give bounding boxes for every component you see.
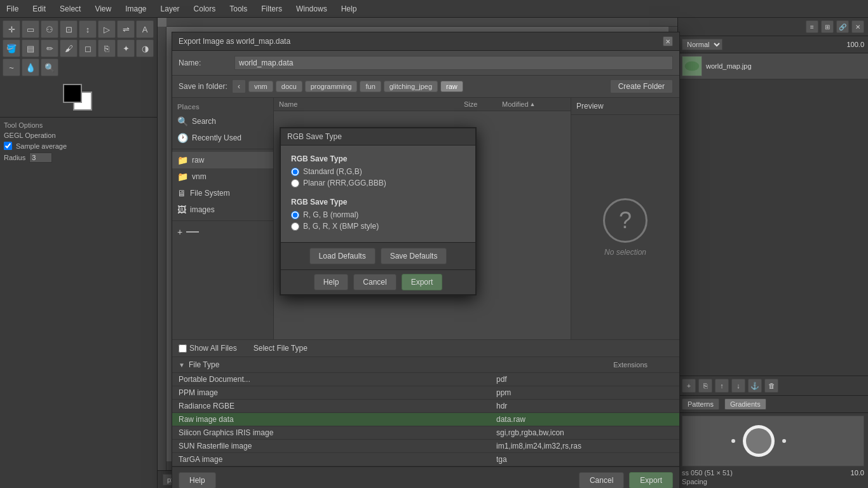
tool-dodge[interactable]: ◑ — [136, 39, 154, 57]
crumb-glitching[interactable]: glitching_jpeg — [384, 81, 438, 92]
save-defaults-btn[interactable]: Save Defaults — [381, 248, 447, 264]
rgb-planar-radio[interactable] — [291, 179, 299, 187]
ft-name-hdr: Radiance RGBE — [179, 402, 496, 410]
ft-row-pdf[interactable]: Portable Document... pdf — [172, 373, 679, 386]
folder-raw-icon: 📁 — [177, 155, 188, 165]
tool-text[interactable]: A — [136, 20, 154, 38]
crumb-raw[interactable]: raw — [440, 81, 463, 92]
move-down-btn[interactable]: ↓ — [731, 379, 745, 393]
patterns-btn[interactable]: Patterns — [682, 398, 719, 410]
menu-file[interactable]: File — [4, 3, 21, 15]
anchor-btn[interactable]: ⚓ — [748, 379, 762, 393]
menu-colors[interactable]: Colors — [191, 3, 219, 15]
ft-name-sgi: Silicon Graphics IRIS image — [179, 428, 496, 437]
folder-back-btn[interactable]: ‹ — [232, 79, 246, 93]
load-defaults-btn[interactable]: Load Defaults — [309, 248, 376, 264]
tool-perspective[interactable]: ▷ — [98, 20, 116, 38]
ft-row-tga[interactable]: TarGA image tga — [172, 453, 679, 466]
show-all-files-label[interactable]: Show All Files — [179, 344, 237, 353]
ft-ext-sun: im1,im8,im24,im32,rs,ras — [496, 442, 673, 451]
rgb-opt-standard[interactable]: Standard (R,G,B) — [291, 167, 465, 176]
menu-image[interactable]: Image — [123, 3, 149, 15]
places-vnm[interactable]: 📁 vnm — [172, 168, 273, 185]
tool-crop[interactable]: ⊡ — [60, 20, 78, 38]
tool-move[interactable]: ✛ — [3, 20, 20, 38]
rgb-opt-normal[interactable]: R, G, B (normal) — [291, 210, 465, 219]
ft-row-hdr[interactable]: Radiance RGBE hdr — [172, 400, 679, 413]
crumb-vnm[interactable]: vnm — [248, 81, 273, 92]
menu-view[interactable]: View — [92, 3, 114, 15]
places-add-btn[interactable]: + — [172, 224, 273, 240]
gradients-btn[interactable]: Gradients — [724, 398, 766, 410]
menu-help[interactable]: Help — [339, 3, 360, 15]
close-icon[interactable]: ✕ — [851, 20, 864, 33]
places-raw[interactable]: 📁 raw — [172, 152, 273, 168]
radius-input[interactable] — [29, 152, 52, 163]
tool-rect-select[interactable]: ▭ — [22, 20, 39, 38]
menu-filters[interactable]: Filters — [259, 3, 285, 15]
new-layer-btn[interactable]: + — [682, 379, 696, 393]
collapse-icon[interactable]: ≡ — [806, 20, 818, 33]
rgb-opt-planar[interactable]: Planar (RRR,GGG,BBB) — [291, 179, 465, 187]
tool-eraser[interactable]: ◻ — [79, 39, 97, 57]
crumb-fun[interactable]: fun — [360, 81, 381, 92]
export-close-button[interactable]: ✕ — [663, 36, 673, 46]
tool-transform[interactable]: ↕ — [79, 20, 97, 38]
tool-gradient[interactable]: ▤ — [22, 39, 39, 57]
ft-row-raw[interactable]: Raw image data data.raw — [172, 413, 679, 426]
tool-brush[interactable]: 🖌 — [60, 39, 78, 57]
tool-lasso[interactable]: ⚇ — [41, 20, 58, 38]
tool-magnify[interactable]: 🔍 — [41, 58, 58, 76]
rgb-opt-bmp[interactable]: B, G, R, X (BMP style) — [291, 222, 465, 231]
rgb-section1-title: RGB Save Type — [291, 154, 465, 163]
places-filesystem[interactable]: 🖥 File System — [172, 185, 273, 201]
footer-export-btn[interactable]: Export — [629, 472, 673, 488]
menu-windows[interactable]: Windows — [294, 3, 330, 15]
move-up-btn[interactable]: ↑ — [715, 379, 729, 393]
dialog-footer: Help Cancel Export — [172, 466, 679, 488]
rgb-export-btn[interactable]: Export — [402, 274, 443, 290]
rgb-standard-radio[interactable] — [291, 168, 299, 176]
ft-row-sun[interactable]: SUN Rasterfile image im1,im8,im24,im32,r… — [172, 440, 679, 453]
ruler-vertical — [158, 27, 166, 470]
menu-select[interactable]: Select — [57, 3, 83, 15]
tool-pencil[interactable]: ✏ — [41, 39, 58, 57]
crumb-docu[interactable]: docu — [276, 81, 302, 92]
rgb-help-btn[interactable]: Help — [314, 274, 349, 290]
filename-input[interactable] — [234, 56, 673, 70]
layer-item[interactable]: world_map.jpg — [678, 53, 868, 79]
rgb-dialog-body: RGB Save Type Standard (R,G,B) Planar (R… — [281, 146, 475, 242]
places-images[interactable]: 🖼 images — [172, 201, 273, 218]
rgb-normal-radio[interactable] — [291, 211, 299, 219]
ft-name-pdf: Portable Document... — [179, 375, 496, 384]
tool-bucket[interactable]: 🪣 — [3, 39, 20, 57]
rgb-planar-label: Planar (RRR,GGG,BBB) — [303, 179, 386, 187]
rgb-bmp-radio[interactable] — [291, 222, 299, 231]
footer-cancel-btn[interactable]: Cancel — [579, 472, 624, 488]
menu-layer[interactable]: Layer — [158, 3, 182, 15]
footer-help-btn[interactable]: Help — [179, 472, 216, 488]
places-search[interactable]: 🔍 Search — [172, 113, 273, 130]
menu-edit[interactable]: Edit — [30, 3, 48, 15]
link-icon[interactable]: 🔗 — [836, 20, 849, 33]
ft-row-sgi[interactable]: Silicon Graphics IRIS image sgi,rgb,rgba… — [172, 426, 679, 440]
blend-mode-select[interactable]: Normal — [682, 39, 722, 50]
dialog-preview: Preview ? No selection — [571, 98, 679, 339]
delete-layer-btn[interactable]: 🗑 — [764, 379, 778, 393]
grid-icon[interactable]: ⊞ — [821, 20, 834, 33]
show-all-files-checkbox[interactable] — [179, 344, 187, 353]
ft-row-ppm[interactable]: PPM image ppm — [172, 386, 679, 400]
duplicate-layer-btn[interactable]: ⎘ — [698, 379, 712, 393]
tool-flip[interactable]: ⇌ — [117, 20, 135, 38]
fg-color-swatch[interactable] — [63, 84, 82, 103]
tool-heal[interactable]: ✦ — [117, 39, 135, 57]
menu-tools[interactable]: Tools — [227, 3, 250, 15]
places-recently-used[interactable]: 🕐 Recently Used — [172, 130, 273, 146]
sample-avg-checkbox[interactable] — [4, 142, 12, 150]
crumb-programming[interactable]: programming — [305, 81, 358, 92]
tool-clone[interactable]: ⎘ — [98, 39, 116, 57]
tool-color-picker[interactable]: 💧 — [22, 58, 39, 76]
rgb-cancel-btn[interactable]: Cancel — [353, 274, 396, 290]
tool-smudge[interactable]: ~ — [3, 58, 20, 76]
create-folder-btn[interactable]: Create Folder — [610, 79, 673, 93]
